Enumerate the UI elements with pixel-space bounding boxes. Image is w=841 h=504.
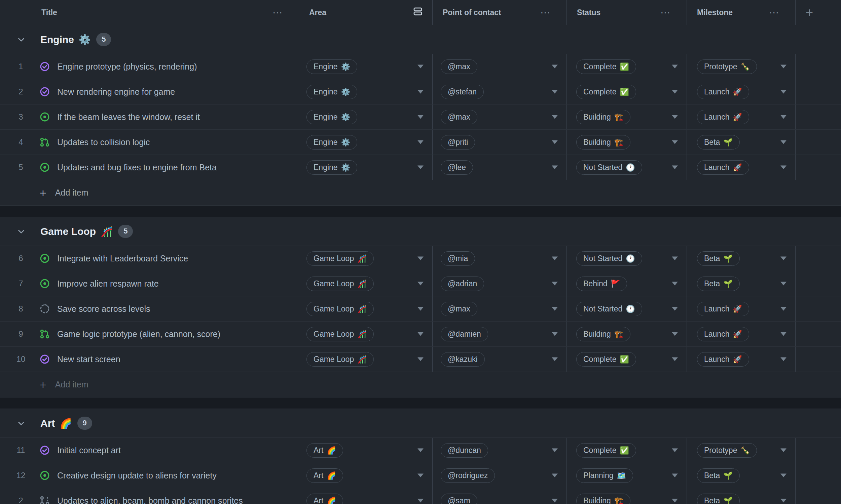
milestone-cell[interactable]: Launch🚀 [687,105,795,129]
dropdown-caret-icon[interactable] [780,499,787,503]
area-cell[interactable]: Game Loop🎢 [299,296,432,321]
area-cell[interactable]: Art🌈 [299,463,432,488]
milestone-chip[interactable]: Beta🌱 [697,135,740,149]
status-chip[interactable]: Complete✅ [576,85,636,99]
milestone-cell[interactable]: Beta🌱 [687,130,795,155]
dropdown-caret-icon[interactable] [672,358,678,361]
status-chip[interactable]: Building🏗️ [576,135,631,149]
rows-group-icon[interactable] [413,7,422,18]
status-chip[interactable]: Behind🚩 [576,276,627,291]
milestone-chip[interactable]: Launch🚀 [697,85,749,99]
contact-chip[interactable]: @rodriguez [441,468,495,483]
milestone-chip[interactable]: Beta🌱 [697,493,740,504]
contact-cell[interactable]: @max [432,296,566,321]
title-cell[interactable]: 5 [0,155,299,180]
chevron-down-icon[interactable] [17,227,25,236]
title-cell[interactable]: 2 [0,488,299,504]
contact-cell[interactable]: @priti [432,130,566,155]
item-title[interactable]: New start screen [57,355,120,364]
status-chip[interactable]: Building🏗️ [576,327,631,341]
status-cell[interactable]: Behind🚩 [566,271,687,296]
title-cell[interactable]: 8 [0,296,299,321]
status-cell[interactable]: Complete✅ [566,79,687,104]
status-chip[interactable]: Building🏗️ [576,110,631,124]
status-chip[interactable]: Building🏗️ [576,493,631,504]
item-title[interactable]: New rendering engine for game [57,87,175,97]
area-cell[interactable]: Art🌈 [299,438,432,463]
contact-cell[interactable]: @duncan [432,438,566,463]
contact-cell[interactable]: @lee [432,155,566,180]
dropdown-caret-icon[interactable] [780,332,787,336]
add-column-button[interactable]: + [795,0,841,25]
chevron-down-icon[interactable] [17,35,25,44]
milestone-cell[interactable]: Beta🌱 [687,246,795,271]
dropdown-caret-icon[interactable] [552,90,558,94]
column-header-title[interactable]: Title ⋯ [0,0,299,25]
contact-cell[interactable]: @damien [432,322,566,346]
milestone-chip[interactable]: Launch🚀 [697,302,749,316]
dropdown-caret-icon[interactable] [672,141,678,144]
milestone-cell[interactable]: Beta🌱 [687,271,795,296]
contact-chip[interactable]: @kazuki [441,352,485,366]
column-header-area[interactable]: Area [299,0,432,25]
item-title[interactable]: Integrate with Leaderboard Service [57,254,188,264]
dropdown-caret-icon[interactable] [780,166,787,169]
item-title[interactable]: Save score across levels [57,304,150,314]
dropdown-caret-icon[interactable] [417,282,424,286]
area-cell[interactable]: Engine⚙️ [299,54,432,79]
item-title[interactable]: Updates and bug fixes to engine from Bet… [57,163,217,173]
area-chip[interactable]: Art🌈 [307,443,343,457]
status-cell[interactable]: Planning🗺️ [566,463,687,488]
contact-chip[interactable]: @max [441,110,477,124]
contact-chip[interactable]: @sam [441,493,477,504]
area-chip[interactable]: Engine⚙️ [307,59,357,74]
milestone-cell[interactable]: Beta🌱 [687,488,795,504]
dropdown-caret-icon[interactable] [672,332,678,336]
dropdown-caret-icon[interactable] [672,474,678,478]
dropdown-caret-icon[interactable] [780,449,787,452]
column-header-milestone[interactable]: Milestone ⋯ [687,0,795,25]
dropdown-caret-icon[interactable] [552,499,558,503]
milestone-chip[interactable]: Beta🌱 [697,251,740,266]
group-header[interactable]: Engine ⚙️ 5 [0,25,841,54]
status-cell[interactable]: Building🏗️ [566,130,687,155]
milestone-chip[interactable]: Beta🌱 [697,276,740,291]
status-chip[interactable]: Complete✅ [576,443,636,457]
contact-chip[interactable]: @priti [441,135,475,149]
title-cell[interactable]: 11 [0,438,299,463]
contact-chip[interactable]: @adrian [441,276,484,291]
dropdown-caret-icon[interactable] [417,307,424,311]
area-chip[interactable]: Engine⚙️ [307,135,357,149]
milestone-cell[interactable]: Prototype🍾 [687,54,795,79]
dropdown-caret-icon[interactable] [780,115,787,119]
title-cell[interactable]: 10 [0,347,299,372]
dropdown-caret-icon[interactable] [552,358,558,361]
area-chip[interactable]: Engine⚙️ [307,160,357,175]
dropdown-caret-icon[interactable] [780,65,787,69]
dropdown-caret-icon[interactable] [672,166,678,169]
status-cell[interactable]: Building🏗️ [566,488,687,504]
milestone-cell[interactable]: Launch🚀 [687,322,795,346]
status-cell[interactable]: Not Started🕐 [566,296,687,321]
chevron-down-icon[interactable] [17,419,25,428]
milestone-cell[interactable]: Prototype🍾 [687,438,795,463]
dropdown-caret-icon[interactable] [552,257,558,260]
contact-cell[interactable]: @adrian [432,271,566,296]
contact-chip[interactable]: @mia [441,251,475,266]
dropdown-caret-icon[interactable] [780,257,787,260]
dropdown-caret-icon[interactable] [780,90,787,94]
milestone-cell[interactable]: Launch🚀 [687,296,795,321]
dropdown-caret-icon[interactable] [417,166,424,169]
area-chip[interactable]: Game Loop🎢 [307,327,374,341]
status-cell[interactable]: Complete✅ [566,347,687,372]
dropdown-caret-icon[interactable] [552,115,558,119]
status-cell[interactable]: Complete✅ [566,54,687,79]
dropdown-caret-icon[interactable] [417,90,424,94]
contact-chip[interactable]: @damien [441,327,488,341]
group-header[interactable]: Art 🌈 9 [0,409,841,438]
area-chip[interactable]: Game Loop🎢 [307,302,374,316]
dropdown-caret-icon[interactable] [672,307,678,311]
dropdown-caret-icon[interactable] [417,257,424,260]
item-title[interactable]: Game logic prototype (alien, cannon, sco… [57,329,220,339]
dropdown-caret-icon[interactable] [417,65,424,69]
